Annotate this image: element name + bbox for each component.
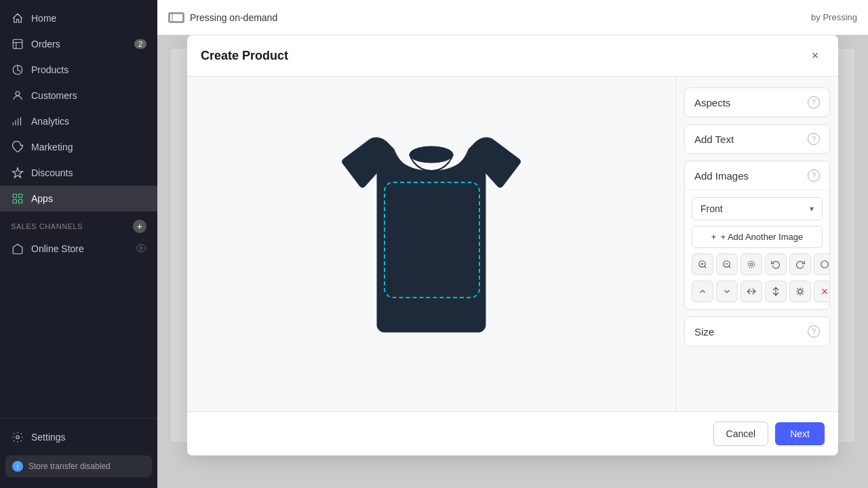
svg-point-22 xyxy=(798,289,802,293)
layer-button[interactable] xyxy=(789,281,811,302)
plus-icon: + xyxy=(711,232,717,242)
side-dropdown-select[interactable]: Front ▾ xyxy=(692,197,823,220)
svg-point-8 xyxy=(16,436,20,439)
home-icon xyxy=(11,12,24,25)
sales-channels-label: SALES CHANNELS xyxy=(11,222,83,230)
store-icon xyxy=(11,242,24,256)
svg-point-21 xyxy=(821,261,829,268)
settings-icon xyxy=(11,430,24,444)
sidebar-item-home[interactable]: Home xyxy=(0,5,157,31)
sidebar-label-marketing: Marketing xyxy=(31,142,73,152)
svg-point-7 xyxy=(140,247,142,249)
add-images-section: Add Images ? Front ▾ xyxy=(684,161,830,310)
products-icon xyxy=(11,63,24,77)
modal-header: Create Product × xyxy=(187,35,838,77)
modal-overlay: Create Product × xyxy=(157,35,868,488)
sidebar-label-apps: Apps xyxy=(31,193,53,204)
sidebar-item-marketing[interactable]: Marketing xyxy=(0,134,157,160)
size-help-icon: ? xyxy=(808,325,820,338)
sidebar-label-home: Home xyxy=(31,13,56,24)
size-section: Size ? xyxy=(684,317,830,346)
close-icon: × xyxy=(812,49,819,63)
add-another-image-button[interactable]: + + Add Another Image xyxy=(692,226,823,248)
orders-badge: 2 xyxy=(134,39,146,49)
aspects-help-icon: ? xyxy=(808,96,820,108)
delete-button[interactable] xyxy=(814,281,830,302)
sidebar-item-discounts[interactable]: Discounts xyxy=(0,160,157,186)
create-product-modal: Create Product × xyxy=(187,35,838,455)
store-transfer-notice: i Store transfer disabled xyxy=(5,455,152,477)
sidebar-item-analytics[interactable]: Analytics xyxy=(0,108,157,134)
sidebar-item-apps[interactable]: Apps xyxy=(0,186,157,211)
rotate-right-button[interactable] xyxy=(789,253,811,275)
add-images-help-icon: ? xyxy=(808,169,820,182)
zoom-out-button[interactable] xyxy=(716,253,738,275)
modal-body: Aspects ? Add Text ? xyxy=(187,77,838,411)
move-up-button[interactable] xyxy=(692,281,713,302)
add-text-header[interactable]: Add Text ? xyxy=(685,125,829,153)
aspects-header[interactable]: Aspects ? xyxy=(685,88,829,117)
sidebar-bottom: Settings i Store transfer disabled xyxy=(0,418,157,488)
marketing-icon xyxy=(11,140,24,154)
add-images-header[interactable]: Add Images ? xyxy=(685,161,829,190)
modal-footer: Cancel Next xyxy=(187,411,838,455)
modal-close-button[interactable]: × xyxy=(806,46,825,65)
main-content: Pressing on-demand by Pressing Create Pr… xyxy=(157,0,868,488)
size-label: Size xyxy=(694,326,714,338)
right-panel: Aspects ? Add Text ? xyxy=(675,77,838,411)
topbar-by: by Pressing xyxy=(811,12,857,22)
app-name: Pressing on-demand xyxy=(190,12,277,23)
chevron-down-icon: ▾ xyxy=(810,204,814,214)
add-channel-button[interactable]: + xyxy=(133,220,146,233)
flip-v-button[interactable] xyxy=(765,281,787,302)
svg-rect-0 xyxy=(13,39,22,49)
orders-icon xyxy=(11,37,24,51)
analytics-icon xyxy=(11,115,24,128)
svg-rect-3 xyxy=(13,194,16,197)
svg-line-13 xyxy=(705,266,707,268)
aspects-section: Aspects ? xyxy=(684,87,830,117)
tshirt-container xyxy=(336,129,526,359)
settings-label: Settings xyxy=(31,432,66,443)
store-transfer-text: Store transfer disabled xyxy=(28,462,111,471)
svg-rect-6 xyxy=(19,200,22,203)
customers-icon xyxy=(11,89,24,102)
center-button[interactable] xyxy=(741,253,762,275)
sidebar-nav: Home Orders 2 Products Customers xyxy=(0,0,157,418)
flip-h-button[interactable] xyxy=(741,281,762,302)
svg-line-17 xyxy=(729,266,731,268)
rotate-left-button[interactable] xyxy=(765,253,787,275)
dropdown-value: Front xyxy=(701,203,723,214)
size-header[interactable]: Size ? xyxy=(685,317,829,346)
sidebar-label-discounts: Discounts xyxy=(31,167,73,178)
app-logo: Pressing on-demand xyxy=(168,12,277,23)
sidebar-item-customers[interactable]: Customers xyxy=(0,83,157,108)
info-icon: i xyxy=(12,461,23,472)
image-tools-row2 xyxy=(692,281,823,302)
discounts-icon xyxy=(11,166,24,180)
aspects-label: Aspects xyxy=(694,97,730,108)
svg-rect-4 xyxy=(19,194,22,197)
sidebar-label-products: Products xyxy=(31,64,68,75)
sidebar-label-orders: Orders xyxy=(31,39,60,49)
add-text-section: Add Text ? xyxy=(684,124,830,154)
page-area: Create Product × xyxy=(157,35,868,488)
add-images-label: Add Images xyxy=(694,170,749,182)
sidebar-item-online-store[interactable]: Online Store xyxy=(0,236,157,262)
next-button[interactable]: Next xyxy=(775,422,825,445)
apps-icon xyxy=(11,192,24,205)
add-text-help-icon: ? xyxy=(808,133,820,145)
sales-channels-header: SALES CHANNELS + xyxy=(0,211,157,236)
zoom-in-button[interactable] xyxy=(692,253,713,275)
sidebar-label-analytics: Analytics xyxy=(31,116,69,127)
sidebar-item-products[interactable]: Products xyxy=(0,57,157,83)
add-text-label: Add Text xyxy=(694,134,734,145)
sidebar-item-settings[interactable]: Settings xyxy=(0,424,157,450)
move-down-button[interactable] xyxy=(716,281,738,302)
sidebar-item-orders[interactable]: Orders 2 xyxy=(0,31,157,57)
svg-rect-5 xyxy=(13,200,16,203)
cancel-button[interactable]: Cancel xyxy=(713,422,769,446)
svg-point-20 xyxy=(748,261,754,267)
circle-tool-button[interactable] xyxy=(814,253,830,275)
svg-rect-9 xyxy=(170,14,183,22)
